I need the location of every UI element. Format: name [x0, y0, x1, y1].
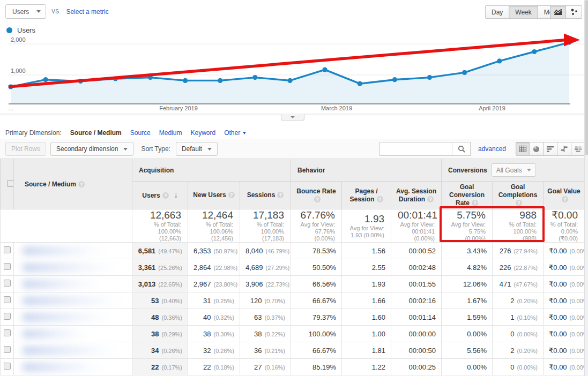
dimension-medium[interactable]: Medium: [159, 129, 182, 137]
term-cloud-view-button[interactable]: [571, 142, 585, 156]
dimension-column-header[interactable]: Source / Medium: [14, 159, 132, 209]
data-point[interactable]: [183, 78, 188, 83]
primary-dimension-bar: Primary Dimension: Source / Medium Sourc…: [5, 129, 246, 137]
row-checkbox[interactable]: [1, 309, 14, 326]
help-icon[interactable]: [562, 196, 568, 202]
group-header-behavior: Behavior: [291, 159, 442, 182]
column-header-goal-conversion-rate[interactable]: Goal Conversion Rate: [442, 182, 493, 209]
goal-completions-cell: 2(0.20%): [493, 342, 544, 359]
avg-session-duration-cell: 00:02:48: [391, 259, 442, 276]
performance-view-button[interactable]: [544, 142, 557, 156]
data-point[interactable]: [462, 70, 467, 75]
redacted-source-medium: [23, 296, 122, 305]
sort-type-dropdown[interactable]: Default: [176, 142, 218, 156]
table-row: 3,013(22.65%) 2,967(23.80%) 3,906(22.73%…: [1, 276, 585, 292]
column-header-pages-session[interactable]: Pages / Session: [342, 182, 391, 209]
advanced-search-link[interactable]: advanced: [478, 145, 506, 153]
help-icon[interactable]: [377, 196, 383, 202]
row-checkbox[interactable]: [1, 342, 14, 359]
help-icon[interactable]: [228, 192, 235, 198]
goal-completions-cell: 226(22.87%): [493, 259, 544, 276]
redacted-source-medium: [23, 363, 103, 372]
select-all-checkbox[interactable]: [1, 159, 14, 209]
vs-label: VS.: [51, 9, 61, 14]
vertical-scrollbar[interactable]: [584, 0, 588, 376]
help-icon[interactable]: [78, 181, 85, 187]
bounce-rate-cell: 78.53%: [291, 243, 342, 259]
data-point[interactable]: [323, 67, 328, 72]
source-medium-cell: [14, 259, 132, 276]
row-checkbox[interactable]: [1, 276, 14, 292]
help-icon[interactable]: [162, 192, 169, 199]
row-checkbox[interactable]: [1, 359, 14, 375]
data-point[interactable]: [287, 78, 292, 83]
column-header-bounce-rate[interactable]: Bounce Rate: [291, 182, 342, 209]
table-search: [379, 142, 471, 156]
help-icon[interactable]: [472, 200, 478, 206]
scatter-dots-icon: [570, 9, 578, 16]
motion-chart-button[interactable]: [566, 5, 582, 19]
source-medium-cell: [14, 243, 132, 259]
sessions-cell: 27(0.16%): [240, 359, 291, 375]
all-goals-dropdown[interactable]: All Goals: [492, 163, 536, 177]
column-header-users[interactable]: Users: [132, 182, 188, 209]
goal-value-cell: ₹0.00(0.00%): [544, 326, 585, 342]
help-icon[interactable]: [314, 196, 321, 202]
column-header-avg-session-duration[interactable]: Avg. Session Duration: [391, 182, 442, 209]
data-point[interactable]: [218, 78, 222, 83]
summary-bounce-rate: 67.76%Avg for View:67.76% (0.00%): [291, 209, 342, 243]
users-over-time-chart[interactable]: 2,000 1,000 ... February 2019 March 2019…: [0, 31, 588, 117]
search-button[interactable]: [452, 142, 470, 155]
table-view-button[interactable]: [516, 142, 530, 156]
row-checkbox[interactable]: [1, 243, 14, 259]
row-checkbox[interactable]: [1, 326, 14, 342]
bounce-rate-cell: 66.67%: [291, 292, 342, 309]
goal-completions-cell: 276(27.94%): [493, 243, 544, 259]
secondary-dimension-dropdown[interactable]: Secondary dimension: [50, 142, 133, 156]
pages-session-cell: 1.00: [342, 326, 391, 342]
goal-conversion-rate-cell: 5.56%: [442, 342, 493, 359]
column-header-goal-value[interactable]: Goal Value: [544, 182, 585, 209]
bounce-rate-cell: 79.37%: [291, 309, 342, 326]
data-point[interactable]: [43, 77, 48, 82]
goal-value-cell: ₹0.00(0.00%): [544, 342, 585, 359]
scrollbar-thumb[interactable]: [585, 0, 588, 155]
help-icon[interactable]: [277, 192, 284, 198]
comparison-bars-icon: [561, 146, 568, 152]
data-point[interactable]: [252, 75, 257, 80]
column-header-sessions[interactable]: Sessions: [240, 182, 291, 209]
bounce-rate-cell: 66.67%: [291, 342, 342, 359]
select-metric-link[interactable]: Select a metric: [66, 8, 108, 16]
table-row: 6,581(49.47%) 6,353(50.97%) 8,040(46.79%…: [1, 243, 585, 259]
dimension-source-medium[interactable]: Source / Medium: [70, 129, 122, 137]
x-tick-march: March 2019: [321, 105, 352, 111]
week-button[interactable]: Week: [509, 5, 538, 19]
summary-sessions: 17,183% of Total:100.00% (17,183): [240, 209, 291, 243]
chevron-down-icon: [243, 132, 246, 134]
data-point[interactable]: [358, 81, 362, 86]
row-checkbox[interactable]: [1, 292, 14, 309]
plot-rows-button[interactable]: Plot Rows: [5, 142, 46, 156]
comparison-view-button[interactable]: [557, 142, 571, 156]
dimension-source[interactable]: Source: [130, 129, 151, 137]
avg-session-duration-cell: 00:00:25: [391, 359, 442, 375]
help-icon[interactable]: [516, 200, 522, 206]
percentage-view-button[interactable]: [530, 142, 544, 156]
data-point[interactable]: [392, 77, 397, 82]
data-point[interactable]: [427, 75, 432, 80]
column-header-goal-completions[interactable]: Goal Completions: [493, 182, 544, 209]
row-checkbox[interactable]: [1, 259, 14, 276]
line-chart-button[interactable]: [550, 5, 566, 19]
bounce-rate-cell: 50.50%: [291, 259, 342, 276]
help-icon[interactable]: [427, 196, 434, 202]
metric-selector-dropdown[interactable]: Users: [5, 4, 46, 19]
search-input[interactable]: [380, 142, 452, 155]
dimension-other-label: Other: [224, 129, 240, 137]
data-point[interactable]: [532, 49, 537, 54]
dimension-other-dropdown[interactable]: Other: [224, 129, 246, 137]
day-button[interactable]: Day: [485, 5, 509, 19]
dimension-keyword[interactable]: Keyword: [190, 129, 215, 137]
column-header-new-users[interactable]: New Users: [188, 182, 240, 209]
chart-collapse-handle[interactable]: [281, 114, 304, 121]
data-point[interactable]: [497, 58, 502, 63]
